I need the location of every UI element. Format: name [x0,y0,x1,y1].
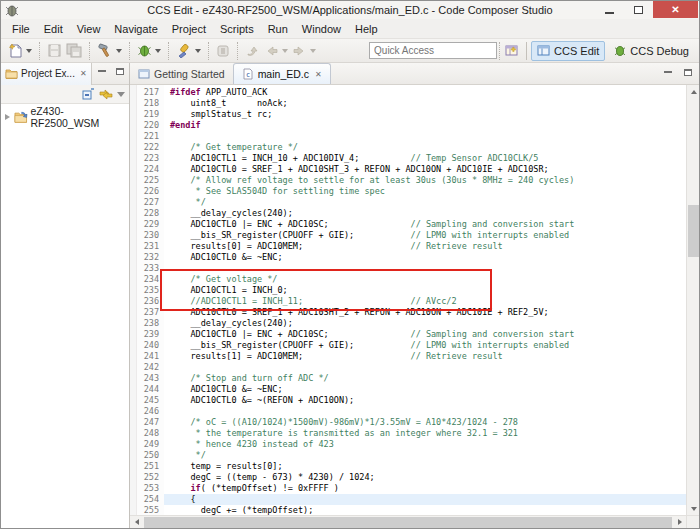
tab-main-ed-c[interactable]: cmain_ED.c✕ [233,63,331,84]
code-line-235[interactable]: ADC10CTL1 = INCH_0; [164,285,686,296]
code-line-234[interactable]: /* Get voltage */ [164,274,686,285]
save-button[interactable] [45,40,64,62]
menu-scripts[interactable]: Scripts [213,21,261,37]
scroll-down-button[interactable] [687,502,700,515]
line-number: 250 [137,450,159,461]
perspective-ccs-debug[interactable]: CCS Debug [607,41,695,61]
code-line-243[interactable]: /* Stop and turn off ADC */ [164,373,686,384]
build-button[interactable] [95,40,124,62]
code-line-224[interactable]: ADC10CTL0 = SREF_1 + ADC10SHT_3 + REFON … [164,164,686,175]
code-line-230[interactable]: __bis_SR_register(CPUOFF + GIE); // LPM0… [164,230,686,241]
code-line-241[interactable]: results[1] = ADC10MEM; // Retrieve resul… [164,351,686,362]
code-line-253[interactable]: if( (*tempOffset) != 0xFFFF ) [164,483,686,494]
code-line-255[interactable]: degC += (*tempOffset); [164,505,686,515]
debug-button[interactable] [135,40,163,62]
code-line-237[interactable]: ADC10CTL0 = SREF_1 + ADC10SHT_2 + REFON … [164,307,686,318]
menu-help[interactable]: Help [348,21,385,37]
code-editor[interactable]: 2172182192202212222232242252262272282292… [130,85,686,515]
code-line-248[interactable]: * the temperature is transmitted as an i… [164,428,686,439]
debug-dropdown-caret[interactable] [155,49,161,53]
tab-close-icon[interactable]: ✕ [315,70,322,79]
menu-bar: FileEditViewNavigateProjectScriptsRunWin… [1,19,699,39]
view-menu-icon[interactable] [117,92,125,97]
search-dropdown-caret[interactable] [195,49,201,53]
code-line-220[interactable]: #endif [164,120,686,131]
tree-item-ez430-rf2500_wsm[interactable]: eZ430-RF2500_WSM [1,109,129,125]
code-line-231[interactable]: results[0] = ADC10MEM; // Retrieve resul… [164,241,686,252]
menu-view[interactable]: View [70,21,108,37]
forward-button[interactable] [290,40,318,62]
line-number: 255 [137,505,159,515]
code-line-227[interactable]: */ [164,197,686,208]
last-edit-location-button[interactable] [243,40,262,62]
vertical-scroll-thumb[interactable] [688,205,699,257]
code-line-244[interactable]: ADC10CTL0 &= ~ENC; [164,384,686,395]
forward-dropdown-caret[interactable] [310,49,316,53]
link-with-editor-icon[interactable] [99,88,113,100]
code-line-228[interactable]: __delay_cycles(240); [164,208,686,219]
close-button[interactable]: ✕ [653,1,698,18]
save-all-button[interactable] [64,40,84,62]
new-button[interactable] [6,40,34,62]
horizontal-scroll-thumb[interactable] [144,517,672,528]
menu-edit[interactable]: Edit [37,21,70,37]
minimize-button[interactable] [595,1,624,18]
code-line-232[interactable]: ADC10CTL0 &= ~ENC; [164,252,686,263]
view-minimize-button[interactable] [95,65,109,77]
code-line-238[interactable]: __delay_cycles(240); [164,318,686,329]
view-maximize-button[interactable] [113,65,127,77]
tab-project-explorer[interactable]: Project Ex... ✕ [1,63,92,85]
collapse-all-icon[interactable] [82,88,95,101]
build-dropdown-caret[interactable] [116,49,122,53]
code-line-223[interactable]: ADC10CTL1 = INCH_10 + ADC10DIV_4; // Tem… [164,153,686,164]
code-line-239[interactable]: ADC10CTL0 |= ENC + ADC10SC; // Sampling … [164,329,686,340]
menu-file[interactable]: File [5,21,37,37]
expander-icon[interactable] [5,114,10,120]
toolbar-separator [39,42,40,60]
new-dropdown-caret[interactable] [26,49,32,53]
maximize-button[interactable] [624,1,653,18]
code-line-219[interactable]: smplStatus_t rc; [164,109,686,120]
back-button[interactable] [262,40,290,62]
code-line-225[interactable]: /* Allow ref voltage to settle for at le… [164,175,686,186]
code-line-240[interactable]: __bis_SR_register(CPUOFF + GIE); // LPM0… [164,340,686,351]
code-line-246[interactable] [164,406,686,417]
code-line-242[interactable] [164,362,686,373]
back-dropdown-caret[interactable] [282,49,288,53]
tab-getting-started[interactable]: Getting Started [130,63,233,84]
line-number: 221 [137,131,159,142]
code-line-217[interactable]: #ifdef APP_AUTO_ACK [164,87,686,98]
scroll-right-button[interactable] [673,516,686,528]
horizontal-scrollbar[interactable] [130,515,686,528]
code-line-236[interactable]: //ADC10CTL1 = INCH_11; // AVcc/2 [164,296,686,307]
open-perspective-button[interactable] [502,40,522,62]
perspective-ccs-edit[interactable]: CCS Edit [531,41,605,61]
vertical-scrollbar[interactable] [686,85,699,515]
editor-maximize-button[interactable] [681,66,695,78]
scroll-up-button[interactable] [687,85,700,98]
mark-occurrences-button[interactable] [214,40,232,62]
code-line-250[interactable]: */ [164,450,686,461]
code-line-254[interactable]: { [164,494,686,505]
menu-navigate[interactable]: Navigate [107,21,164,37]
tab-close-icon[interactable]: ✕ [80,69,87,78]
code-line-251[interactable]: temp = results[0]; [164,461,686,472]
code-line-252[interactable]: degC = ((temp - 673) * 4230) / 1024; [164,472,686,483]
code-line-222[interactable]: /* Get temperature */ [164,142,686,153]
editor-minimize-button[interactable] [661,66,675,78]
code-line-226[interactable]: * See SLAS504D for settling time spec [164,186,686,197]
scroll-left-button[interactable] [130,516,143,528]
code-line-247[interactable]: /* oC = ((A10/1024)*1500mV)-986mV)*1/3.5… [164,417,686,428]
search-button[interactable] [174,40,203,62]
code-line-233[interactable] [164,263,686,274]
menu-window[interactable]: Window [295,21,348,37]
code-line-221[interactable] [164,131,686,142]
menu-run[interactable]: Run [261,21,295,37]
quick-access-input[interactable] [369,42,497,59]
menu-project[interactable]: Project [165,21,213,37]
app-icon [5,4,19,17]
code-line-218[interactable]: uint8_t noAck; [164,98,686,109]
code-line-249[interactable]: * hence 4230 instead of 423 [164,439,686,450]
code-line-245[interactable]: ADC10CTL0 &= ~(REFON + ADC10ON); [164,395,686,406]
code-line-229[interactable]: ADC10CTL0 |= ENC + ADC10SC; // Sampling … [164,219,686,230]
